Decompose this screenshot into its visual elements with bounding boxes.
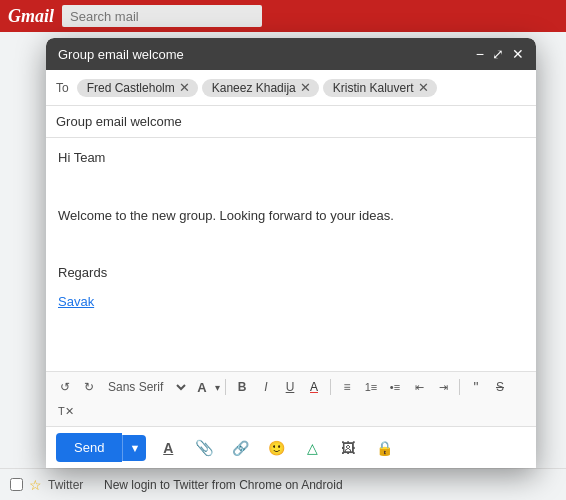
strikethrough-button[interactable]: S: [489, 376, 511, 398]
font-select[interactable]: Sans Serif Serif Monospace: [102, 377, 189, 397]
search-input[interactable]: [62, 5, 262, 27]
remove-recipient-1[interactable]: ✕: [300, 81, 311, 94]
gmail-background: Gmail ☆ Twitter New login to Twitter fro…: [0, 0, 566, 500]
italic-button[interactable]: I: [255, 376, 277, 398]
footer-email-row: ☆ Twitter New login to Twitter from Chro…: [10, 477, 556, 493]
subject-text: Group email welcome: [56, 114, 182, 129]
insert-drive-button[interactable]: △: [298, 434, 326, 462]
remove-format-button[interactable]: T✕: [54, 400, 78, 422]
attach-icon: 📎: [195, 439, 214, 457]
recipient-name-2: Kristin Kaluvert: [333, 81, 414, 95]
send-button[interactable]: Send: [56, 433, 122, 462]
font-size-button[interactable]: A: [191, 376, 213, 398]
toolbar-sep-2: [330, 379, 331, 395]
remove-recipient-0[interactable]: ✕: [179, 81, 190, 94]
underline-button[interactable]: U: [279, 376, 301, 398]
to-field: To Fred Castleholm ✕ Kaneez Khadija ✕ Kr…: [46, 70, 536, 106]
undo-button[interactable]: ↺: [54, 376, 76, 398]
formatting-options-button[interactable]: A: [154, 434, 182, 462]
body-line-3: [58, 234, 524, 255]
minimize-icon[interactable]: −: [476, 46, 484, 62]
insert-link-button[interactable]: 🔗: [226, 434, 254, 462]
signature-line: Savak: [58, 292, 524, 313]
toolbar-sep-1: [225, 379, 226, 395]
font-color-button[interactable]: A: [303, 376, 325, 398]
gmail-logo: Gmail: [8, 6, 54, 27]
gmail-footer: ☆ Twitter New login to Twitter from Chro…: [0, 468, 566, 500]
drive-icon: △: [307, 440, 318, 456]
modal-controls: − ⤢ ✕: [476, 46, 524, 62]
remove-recipient-2[interactable]: ✕: [418, 81, 429, 94]
modal-title: Group email welcome: [58, 47, 184, 62]
footer-notification: New login to Twitter from Chrome on Andr…: [104, 478, 343, 492]
recipient-chip-2[interactable]: Kristin Kaluvert ✕: [323, 79, 437, 97]
image-icon: 🖼: [341, 440, 355, 456]
confidential-button[interactable]: 🔒: [370, 434, 398, 462]
indent-more-button[interactable]: ⇥: [432, 376, 454, 398]
quote-button[interactable]: ": [465, 376, 487, 398]
to-label: To: [56, 81, 69, 95]
attach-button[interactable]: 📎: [190, 434, 218, 462]
close-icon[interactable]: ✕: [512, 46, 524, 62]
maximize-icon[interactable]: ⤢: [492, 46, 504, 62]
footer-star-icon[interactable]: ☆: [29, 477, 42, 493]
send-dropdown-button[interactable]: ▼: [122, 435, 146, 461]
recipient-name-1: Kaneez Khadija: [212, 81, 296, 95]
body-line-2: Welcome to the new group. Looking forwar…: [58, 206, 524, 227]
signature-link[interactable]: Savak: [58, 294, 94, 309]
subject-field[interactable]: Group email welcome: [46, 106, 536, 138]
formatting-icon: A: [163, 440, 173, 456]
recipient-chip-1[interactable]: Kaneez Khadija ✕: [202, 79, 319, 97]
indent-less-button[interactable]: ⇤: [408, 376, 430, 398]
bottom-bar: Send ▼ A 📎 🔗 🙂 △ 🖼 🔒: [46, 426, 536, 468]
footer-sender: Twitter: [48, 478, 98, 492]
lock-icon: 🔒: [376, 440, 393, 456]
recipient-name-0: Fred Castleholm: [87, 81, 175, 95]
bold-button[interactable]: B: [231, 376, 253, 398]
body-line-1: [58, 177, 524, 198]
send-btn-group: Send ▼: [56, 433, 146, 462]
formatting-toolbar: ↺ ↻ Sans Serif Serif Monospace A ▾ B I U…: [46, 371, 536, 426]
bullet-list-button[interactable]: •≡: [384, 376, 406, 398]
insert-emoji-button[interactable]: 🙂: [262, 434, 290, 462]
numbered-list-button[interactable]: 1≡: [360, 376, 382, 398]
recipient-chip-0[interactable]: Fred Castleholm ✕: [77, 79, 198, 97]
modal-header: Group email welcome − ⤢ ✕: [46, 38, 536, 70]
insert-image-button[interactable]: 🖼: [334, 434, 362, 462]
redo-button[interactable]: ↻: [78, 376, 100, 398]
body-line-0: Hi Team: [58, 148, 524, 169]
body-line-4: Regards: [58, 263, 524, 284]
compose-modal: Group email welcome − ⤢ ✕ To Fred Castle…: [46, 38, 536, 468]
toolbar-sep-3: [459, 379, 460, 395]
align-button[interactable]: ≡: [336, 376, 358, 398]
link-icon: 🔗: [232, 440, 249, 456]
email-body[interactable]: Hi Team Welcome to the new group. Lookin…: [46, 138, 536, 371]
emoji-icon: 🙂: [268, 440, 285, 456]
footer-checkbox[interactable]: [10, 478, 23, 491]
top-bar: Gmail: [0, 0, 566, 32]
font-size-arrow: ▾: [215, 382, 220, 393]
